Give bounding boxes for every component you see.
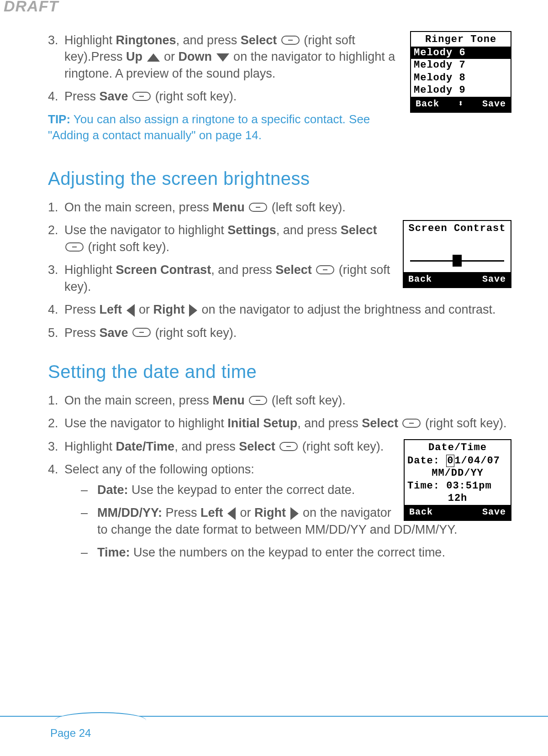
page-footer: Page 24 (0, 716, 548, 740)
softkey-icon (279, 442, 298, 451)
tip-block: TIP: You can also assign a ringtone to a… (48, 111, 511, 143)
step-4: Press Left or Right on the navigator to … (48, 301, 511, 318)
page-content: Ringer Tone Melody 6 Melody 7 Melody 8 M… (0, 0, 548, 567)
tip-label: TIP: (48, 112, 70, 126)
softkey-icon (132, 92, 151, 101)
footer-swoosh-icon (55, 712, 146, 720)
page-number: Page 24 (50, 727, 548, 740)
step-5: Press Save (right soft key). (48, 325, 511, 341)
step-2: Use the navigator to highlight Initial S… (48, 415, 511, 431)
softkey-icon (249, 396, 267, 405)
step-3: Highlight Screen Contrast, and press Sel… (48, 262, 511, 295)
step-4: Select any of the following options: Dat… (48, 461, 511, 561)
right-arrow-icon (189, 304, 197, 317)
left-arrow-icon (227, 507, 236, 520)
step-3: Highlight Date/Time, and press Select (r… (48, 438, 511, 455)
softkey-icon (65, 242, 84, 252)
softkey-icon (132, 328, 151, 337)
datetime-options: Date: Use the keypad to enter the correc… (81, 482, 511, 561)
heading-brightness: Adjusting the screen brightness (48, 166, 511, 191)
softkey-icon (281, 36, 300, 45)
softkey-icon (402, 419, 421, 428)
softkey-icon (316, 265, 334, 274)
step-1: On the main screen, press Menu (left sof… (48, 199, 511, 215)
brightness-steps-2: Use the navigator to highlight Settings,… (48, 222, 511, 341)
brightness-steps: On the main screen, press Menu (left sof… (48, 199, 511, 215)
step-4: Press Save (right soft key). (48, 88, 511, 105)
down-arrow-icon (216, 53, 229, 62)
option-time: Time: Use the numbers on the keypad to e… (81, 544, 511, 561)
tip-text: You can also assign a ringtone to a spec… (48, 112, 370, 142)
draft-watermark: DRAFT (4, 0, 58, 15)
step-3: Highlight Ringtones, and press Select (r… (48, 32, 511, 82)
option-format: MM/DD/YY: Press Left or Right on the nav… (81, 504, 511, 538)
softkey-icon (249, 203, 267, 212)
option-date: Date: Use the keypad to enter the correc… (81, 482, 511, 498)
heading-datetime: Setting the date and time (48, 359, 511, 384)
step-2: Use the navigator to highlight Settings,… (48, 222, 511, 255)
up-arrow-icon (147, 53, 160, 62)
right-arrow-icon (290, 507, 299, 520)
ringtone-steps: Highlight Ringtones, and press Select (r… (48, 32, 511, 105)
datetime-steps: On the main screen, press Menu (left sof… (48, 392, 511, 432)
step-1: On the main screen, press Menu (left sof… (48, 392, 511, 409)
left-arrow-icon (126, 304, 135, 317)
